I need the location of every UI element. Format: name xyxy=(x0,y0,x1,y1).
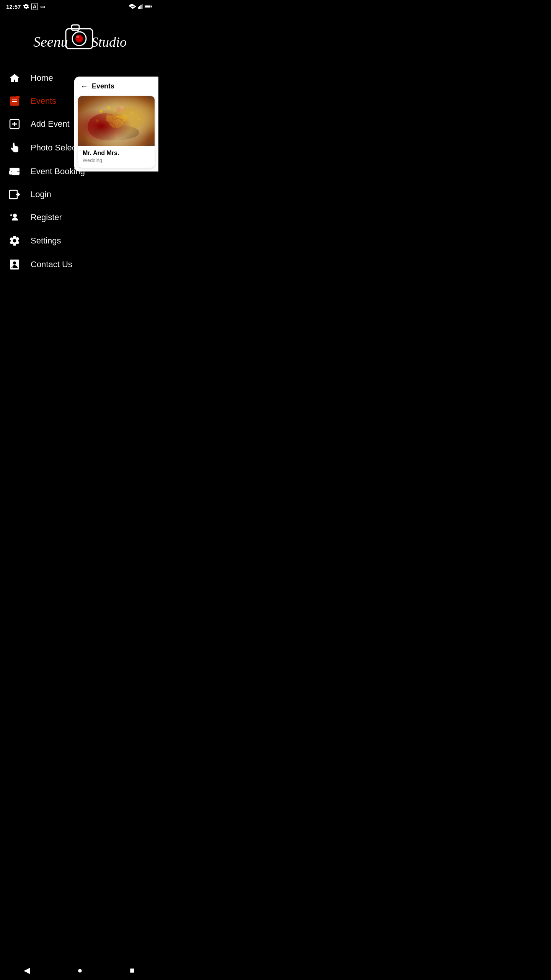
login-label: Login xyxy=(31,189,51,199)
svg-point-24 xyxy=(13,214,17,217)
svg-rect-7 xyxy=(152,6,152,7)
home-label: Home xyxy=(31,73,53,83)
settings-status-icon xyxy=(23,3,29,10)
contact-us-label: Contact Us xyxy=(31,260,72,270)
svg-rect-4 xyxy=(142,4,143,9)
svg-point-18 xyxy=(16,96,20,99)
svg-text:Studio: Studio xyxy=(91,34,127,50)
text-icon: A xyxy=(31,3,37,10)
settings-label: Settings xyxy=(31,236,61,246)
event-name: Mr. And Mrs. xyxy=(83,150,150,157)
sidebar-item-contact-us[interactable]: Contact Us xyxy=(8,253,151,276)
svg-point-12 xyxy=(76,36,79,38)
svg-point-37 xyxy=(130,111,134,115)
svg-point-34 xyxy=(93,125,139,140)
svg-point-35 xyxy=(99,110,103,113)
svg-rect-16 xyxy=(12,100,17,100)
svg-point-40 xyxy=(117,106,123,113)
add-event-icon xyxy=(8,119,21,129)
svg-rect-3 xyxy=(140,5,142,9)
svg-point-36 xyxy=(108,106,110,109)
add-event-label: Add Event xyxy=(31,119,70,129)
event-card-info: Mr. And Mrs. Wedding xyxy=(78,146,155,168)
home-icon xyxy=(8,73,21,83)
wifi-icon xyxy=(129,4,136,9)
status-time: 12:57 xyxy=(6,3,21,10)
svg-point-42 xyxy=(117,109,120,112)
event-type: Wedding xyxy=(83,157,150,163)
svg-point-0 xyxy=(132,8,134,9)
svg-rect-1 xyxy=(138,7,139,9)
svg-rect-6 xyxy=(145,6,150,8)
register-icon xyxy=(8,212,21,223)
event-card-image xyxy=(78,96,155,146)
svg-point-32 xyxy=(88,113,122,140)
svg-rect-31 xyxy=(78,96,155,146)
status-left: 12:57 A ▭ xyxy=(6,3,45,10)
panel-header: ← Events xyxy=(74,77,158,96)
sidebar-item-settings[interactable]: Settings xyxy=(8,229,151,253)
svg-point-11 xyxy=(75,35,83,42)
svg-point-28 xyxy=(13,261,16,265)
svg-point-41 xyxy=(120,106,124,109)
contact-us-icon xyxy=(8,259,21,270)
login-icon xyxy=(8,189,21,200)
sidebar-item-register[interactable]: Register xyxy=(8,206,151,229)
event-card[interactable]: Mr. And Mrs. Wedding xyxy=(78,96,155,168)
event-booking-icon xyxy=(8,166,21,177)
battery-icon xyxy=(145,4,152,9)
svg-point-33 xyxy=(112,108,143,131)
panel-title: Events xyxy=(92,82,114,90)
status-bar: 12:57 A ▭ xyxy=(0,0,158,11)
status-right xyxy=(129,4,152,9)
card-icon: ▭ xyxy=(40,3,45,10)
svg-point-39 xyxy=(96,119,99,122)
events-panel: ← Events xyxy=(74,77,158,172)
svg-rect-17 xyxy=(12,101,17,102)
svg-rect-9 xyxy=(72,25,79,30)
studio-logo: Seenu Studio xyxy=(29,19,129,57)
settings-icon xyxy=(8,235,21,247)
svg-point-38 xyxy=(138,118,140,120)
signal-icon xyxy=(138,4,143,9)
events-icon xyxy=(8,96,21,106)
logo-area: Seenu Studio xyxy=(0,11,158,67)
svg-text:Seenu: Seenu xyxy=(33,34,68,50)
photo-selection-icon xyxy=(8,142,21,154)
events-label: Events xyxy=(31,96,56,106)
svg-rect-2 xyxy=(139,6,140,9)
register-label: Register xyxy=(31,212,62,222)
sidebar-item-login[interactable]: Login xyxy=(8,183,151,206)
back-button[interactable]: ← xyxy=(80,82,88,91)
